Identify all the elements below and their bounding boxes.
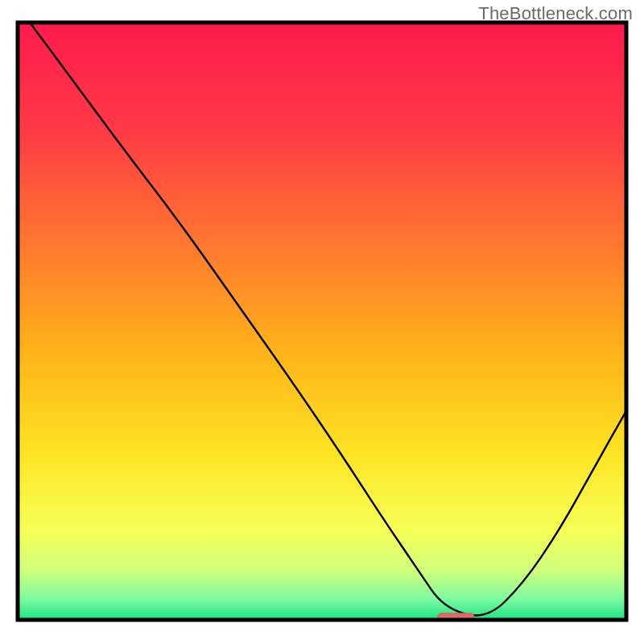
plot-area [18,23,626,620]
watermark-text: TheBottleneck.com [478,3,633,24]
bottleneck-chart [0,0,644,644]
chart-frame: TheBottleneck.com [0,0,644,644]
